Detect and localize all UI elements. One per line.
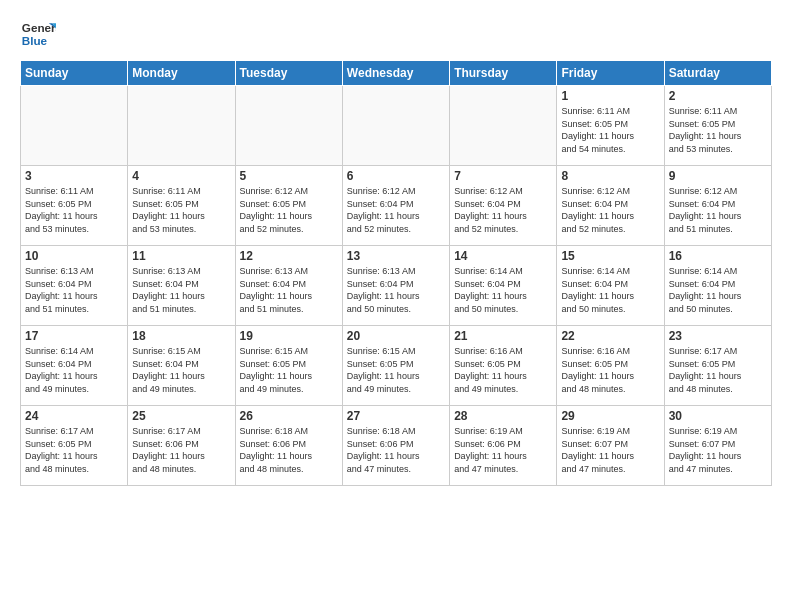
svg-text:General: General [22, 21, 56, 34]
day-number: 9 [669, 169, 767, 183]
header: General Blue [20, 16, 772, 52]
calendar-table: SundayMondayTuesdayWednesdayThursdayFrid… [20, 60, 772, 486]
day-info: Sunrise: 6:19 AM Sunset: 6:07 PM Dayligh… [561, 425, 659, 475]
day-number: 6 [347, 169, 445, 183]
week-row-4: 17Sunrise: 6:14 AM Sunset: 6:04 PM Dayli… [21, 326, 772, 406]
day-number: 18 [132, 329, 230, 343]
day-info: Sunrise: 6:15 AM Sunset: 6:05 PM Dayligh… [347, 345, 445, 395]
day-info: Sunrise: 6:11 AM Sunset: 6:05 PM Dayligh… [25, 185, 123, 235]
day-info: Sunrise: 6:15 AM Sunset: 6:04 PM Dayligh… [132, 345, 230, 395]
day-cell [342, 86, 449, 166]
day-number: 30 [669, 409, 767, 423]
day-cell [128, 86, 235, 166]
weekday-header-row: SundayMondayTuesdayWednesdayThursdayFrid… [21, 61, 772, 86]
day-cell: 22Sunrise: 6:16 AM Sunset: 6:05 PM Dayli… [557, 326, 664, 406]
day-number: 10 [25, 249, 123, 263]
weekday-header-saturday: Saturday [664, 61, 771, 86]
day-cell: 18Sunrise: 6:15 AM Sunset: 6:04 PM Dayli… [128, 326, 235, 406]
day-number: 25 [132, 409, 230, 423]
day-cell: 20Sunrise: 6:15 AM Sunset: 6:05 PM Dayli… [342, 326, 449, 406]
day-number: 11 [132, 249, 230, 263]
day-number: 8 [561, 169, 659, 183]
day-number: 22 [561, 329, 659, 343]
day-cell: 14Sunrise: 6:14 AM Sunset: 6:04 PM Dayli… [450, 246, 557, 326]
day-info: Sunrise: 6:16 AM Sunset: 6:05 PM Dayligh… [454, 345, 552, 395]
day-info: Sunrise: 6:13 AM Sunset: 6:04 PM Dayligh… [132, 265, 230, 315]
weekday-header-thursday: Thursday [450, 61, 557, 86]
day-number: 29 [561, 409, 659, 423]
day-cell: 26Sunrise: 6:18 AM Sunset: 6:06 PM Dayli… [235, 406, 342, 486]
day-cell: 30Sunrise: 6:19 AM Sunset: 6:07 PM Dayli… [664, 406, 771, 486]
day-number: 19 [240, 329, 338, 343]
day-info: Sunrise: 6:14 AM Sunset: 6:04 PM Dayligh… [669, 265, 767, 315]
day-info: Sunrise: 6:12 AM Sunset: 6:04 PM Dayligh… [669, 185, 767, 235]
day-info: Sunrise: 6:11 AM Sunset: 6:05 PM Dayligh… [669, 105, 767, 155]
day-cell: 3Sunrise: 6:11 AM Sunset: 6:05 PM Daylig… [21, 166, 128, 246]
day-info: Sunrise: 6:14 AM Sunset: 6:04 PM Dayligh… [561, 265, 659, 315]
week-row-2: 3Sunrise: 6:11 AM Sunset: 6:05 PM Daylig… [21, 166, 772, 246]
day-info: Sunrise: 6:14 AM Sunset: 6:04 PM Dayligh… [25, 345, 123, 395]
day-cell [235, 86, 342, 166]
page: General Blue SundayMondayTuesdayWednesda… [0, 0, 792, 612]
day-info: Sunrise: 6:12 AM Sunset: 6:04 PM Dayligh… [454, 185, 552, 235]
day-number: 27 [347, 409, 445, 423]
day-cell: 24Sunrise: 6:17 AM Sunset: 6:05 PM Dayli… [21, 406, 128, 486]
day-cell: 13Sunrise: 6:13 AM Sunset: 6:04 PM Dayli… [342, 246, 449, 326]
day-number: 14 [454, 249, 552, 263]
day-number: 4 [132, 169, 230, 183]
day-info: Sunrise: 6:12 AM Sunset: 6:05 PM Dayligh… [240, 185, 338, 235]
day-info: Sunrise: 6:17 AM Sunset: 6:06 PM Dayligh… [132, 425, 230, 475]
day-cell: 29Sunrise: 6:19 AM Sunset: 6:07 PM Dayli… [557, 406, 664, 486]
day-cell: 8Sunrise: 6:12 AM Sunset: 6:04 PM Daylig… [557, 166, 664, 246]
day-cell: 19Sunrise: 6:15 AM Sunset: 6:05 PM Dayli… [235, 326, 342, 406]
day-info: Sunrise: 6:18 AM Sunset: 6:06 PM Dayligh… [347, 425, 445, 475]
day-number: 13 [347, 249, 445, 263]
day-cell: 6Sunrise: 6:12 AM Sunset: 6:04 PM Daylig… [342, 166, 449, 246]
day-number: 24 [25, 409, 123, 423]
day-number: 20 [347, 329, 445, 343]
week-row-3: 10Sunrise: 6:13 AM Sunset: 6:04 PM Dayli… [21, 246, 772, 326]
day-cell: 25Sunrise: 6:17 AM Sunset: 6:06 PM Dayli… [128, 406, 235, 486]
day-info: Sunrise: 6:19 AM Sunset: 6:07 PM Dayligh… [669, 425, 767, 475]
day-cell [450, 86, 557, 166]
day-number: 2 [669, 89, 767, 103]
day-number: 26 [240, 409, 338, 423]
day-cell: 12Sunrise: 6:13 AM Sunset: 6:04 PM Dayli… [235, 246, 342, 326]
day-number: 28 [454, 409, 552, 423]
day-cell: 5Sunrise: 6:12 AM Sunset: 6:05 PM Daylig… [235, 166, 342, 246]
weekday-header-friday: Friday [557, 61, 664, 86]
day-info: Sunrise: 6:19 AM Sunset: 6:06 PM Dayligh… [454, 425, 552, 475]
day-number: 12 [240, 249, 338, 263]
day-info: Sunrise: 6:16 AM Sunset: 6:05 PM Dayligh… [561, 345, 659, 395]
day-info: Sunrise: 6:11 AM Sunset: 6:05 PM Dayligh… [132, 185, 230, 235]
day-cell: 10Sunrise: 6:13 AM Sunset: 6:04 PM Dayli… [21, 246, 128, 326]
weekday-header-monday: Monday [128, 61, 235, 86]
svg-text:Blue: Blue [22, 34, 48, 47]
day-number: 16 [669, 249, 767, 263]
day-number: 1 [561, 89, 659, 103]
day-number: 23 [669, 329, 767, 343]
day-info: Sunrise: 6:15 AM Sunset: 6:05 PM Dayligh… [240, 345, 338, 395]
weekday-header-tuesday: Tuesday [235, 61, 342, 86]
week-row-5: 24Sunrise: 6:17 AM Sunset: 6:05 PM Dayli… [21, 406, 772, 486]
day-cell: 7Sunrise: 6:12 AM Sunset: 6:04 PM Daylig… [450, 166, 557, 246]
day-cell: 9Sunrise: 6:12 AM Sunset: 6:04 PM Daylig… [664, 166, 771, 246]
day-number: 15 [561, 249, 659, 263]
day-info: Sunrise: 6:17 AM Sunset: 6:05 PM Dayligh… [669, 345, 767, 395]
day-cell: 11Sunrise: 6:13 AM Sunset: 6:04 PM Dayli… [128, 246, 235, 326]
day-cell: 17Sunrise: 6:14 AM Sunset: 6:04 PM Dayli… [21, 326, 128, 406]
day-cell: 28Sunrise: 6:19 AM Sunset: 6:06 PM Dayli… [450, 406, 557, 486]
day-info: Sunrise: 6:18 AM Sunset: 6:06 PM Dayligh… [240, 425, 338, 475]
day-cell: 21Sunrise: 6:16 AM Sunset: 6:05 PM Dayli… [450, 326, 557, 406]
day-cell: 15Sunrise: 6:14 AM Sunset: 6:04 PM Dayli… [557, 246, 664, 326]
day-number: 5 [240, 169, 338, 183]
weekday-header-sunday: Sunday [21, 61, 128, 86]
day-info: Sunrise: 6:13 AM Sunset: 6:04 PM Dayligh… [25, 265, 123, 315]
day-cell [21, 86, 128, 166]
logo: General Blue [20, 16, 56, 52]
day-info: Sunrise: 6:12 AM Sunset: 6:04 PM Dayligh… [347, 185, 445, 235]
day-info: Sunrise: 6:13 AM Sunset: 6:04 PM Dayligh… [240, 265, 338, 315]
weekday-header-wednesday: Wednesday [342, 61, 449, 86]
day-info: Sunrise: 6:12 AM Sunset: 6:04 PM Dayligh… [561, 185, 659, 235]
day-info: Sunrise: 6:14 AM Sunset: 6:04 PM Dayligh… [454, 265, 552, 315]
